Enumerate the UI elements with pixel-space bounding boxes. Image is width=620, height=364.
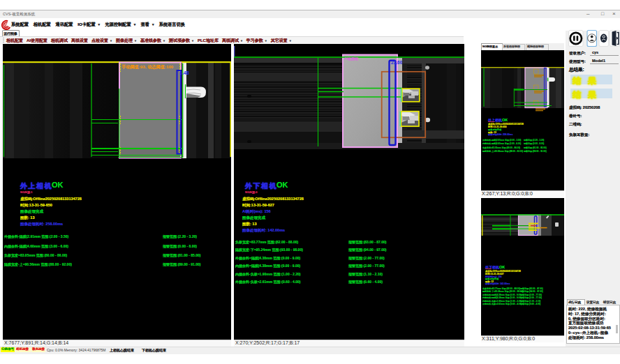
- svg-text:AI检测框: AI检测框: [344, 56, 358, 61]
- svg-text:3.48: 3.48: [179, 70, 189, 75]
- svg-text:23.60: 23.60: [391, 60, 403, 65]
- svg-text:手动阈值:93, 动态阈值:100: 手动阈值:93, 动态阈值:100: [121, 64, 174, 70]
